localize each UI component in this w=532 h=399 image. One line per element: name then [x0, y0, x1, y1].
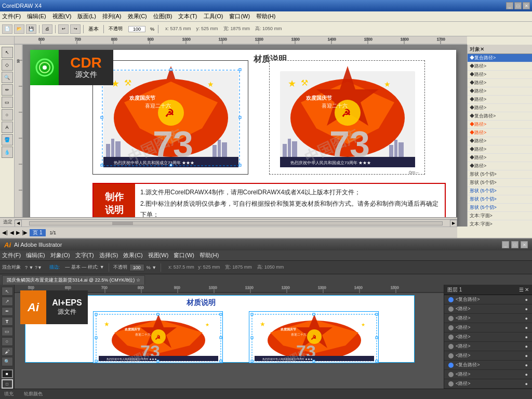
- layer-eye-0[interactable]: ●: [525, 297, 528, 302]
- ai-layer-7[interactable]: <复合路径> ●: [444, 361, 532, 370]
- panel-item-13[interactable]: ◆路径>: [468, 162, 532, 170]
- panel-item-10[interactable]: ◆路径>: [468, 137, 532, 145]
- ai-canvas[interactable]: 500 600 700 800 900 1000 1100 1200 1300 …: [15, 285, 444, 389]
- ai-layer-9[interactable]: <路径> ●: [444, 379, 532, 389]
- panel-close[interactable]: ✕: [480, 46, 484, 52]
- ai-layer-2[interactable]: <路径> ●: [444, 314, 532, 323]
- ai-layer-list[interactable]: <复合路径> ● <路径> ● <路径> ● <路径> ●: [444, 295, 532, 389]
- page-fwd-btn[interactable]: ▶: [16, 230, 20, 235]
- panel-item-3[interactable]: ◆路径>: [468, 79, 532, 87]
- ai-menu-window[interactable]: 窗口(W): [174, 251, 194, 259]
- menu-text[interactable]: 文本(T): [178, 12, 197, 20]
- layer-eye-1[interactable]: ●: [525, 307, 528, 312]
- redo-btn[interactable]: ↪: [70, 24, 81, 34]
- panel-item-4[interactable]: ◆路径>: [468, 87, 532, 96]
- menu-effects[interactable]: 效果(C): [128, 12, 147, 20]
- ai-menu-view[interactable]: 视图(W): [148, 251, 169, 259]
- eyedropper-tool[interactable]: 💧: [2, 147, 13, 158]
- text-tool[interactable]: A: [2, 122, 13, 133]
- scroll-thumb[interactable]: [112, 222, 133, 225]
- layer-eye-5[interactable]: ●: [525, 344, 528, 349]
- open-btn[interactable]: 📂: [14, 24, 24, 34]
- ellipse-tool[interactable]: ○: [2, 109, 13, 121]
- fill-tool[interactable]: 🪣: [2, 134, 13, 145]
- new-btn[interactable]: 📄: [2, 24, 12, 34]
- panel-item-19[interactable]: 文本:字面>: [468, 212, 532, 220]
- panel-list[interactable]: ◆复合路径> ◆路径> ◆路径> ◆路径> ◆路径> ◆路径> ◆路径> ◆复合…: [468, 54, 532, 227]
- layer-eye-8[interactable]: ●: [525, 372, 528, 377]
- ai-layer-8[interactable]: <路径> ●: [444, 370, 532, 379]
- ai-opacity-val[interactable]: 100: [129, 264, 144, 271]
- scroll-right-btn[interactable]: ▶: [450, 220, 457, 227]
- close-btn[interactable]: ✕: [523, 2, 530, 9]
- panel-item-18[interactable]: 形状 (5个切>: [468, 204, 532, 212]
- zoom-tool[interactable]: 🔍: [2, 72, 13, 83]
- ai-type-tool[interactable]: T: [2, 317, 13, 326]
- panel-item-1[interactable]: ◆路径>: [468, 62, 532, 71]
- scroll-track[interactable]: [29, 221, 443, 225]
- ai-layer-close[interactable]: ✕: [525, 287, 529, 292]
- scroll-left-btn[interactable]: ◀: [15, 220, 22, 227]
- ai-stroke-color[interactable]: □: [2, 379, 13, 389]
- menu-view[interactable]: 视图(V): [52, 12, 72, 20]
- ai-fill-color[interactable]: ■: [2, 369, 13, 379]
- ai-select-tool[interactable]: ↖: [2, 287, 13, 296]
- ai-zoom-tool[interactable]: 🔍: [2, 357, 13, 366]
- ai-minimize-btn[interactable]: _: [502, 241, 509, 248]
- ai-ellipse-tool[interactable]: ○: [2, 337, 13, 346]
- ai-close-btn[interactable]: ✕: [521, 241, 528, 248]
- panel-item-14[interactable]: 形状 (5个切>: [468, 170, 532, 179]
- menu-window[interactable]: 窗口(W): [229, 12, 250, 20]
- menu-file[interactable]: 文件(F): [2, 12, 21, 20]
- panel-item-9[interactable]: ◆路径>: [468, 129, 532, 137]
- menu-tools[interactable]: 工具(O): [204, 12, 223, 20]
- ai-direct-tool[interactable]: ↗: [2, 297, 13, 305]
- ai-menu-effects[interactable]: 效果(C): [123, 251, 142, 259]
- opacity-value[interactable]: 100: [128, 26, 145, 32]
- print-btn[interactable]: 🖨: [42, 24, 52, 34]
- ai-pen-tool[interactable]: ✒: [2, 307, 13, 316]
- panel-item-20[interactable]: 文本:字面>: [468, 220, 532, 227]
- menu-edit[interactable]: 编辑(E): [27, 12, 46, 20]
- ai-mode[interactable]: 描边:: [49, 264, 60, 271]
- ai-maximize-btn[interactable]: □: [511, 241, 518, 248]
- ai-layer-4[interactable]: <路径> ●: [444, 332, 532, 342]
- page-back-btn[interactable]: ◀: [10, 230, 14, 235]
- panel-item-2[interactable]: ◆路径>: [468, 71, 532, 79]
- page-prev-btn[interactable]: ◀|: [2, 230, 8, 235]
- panel-item-16[interactable]: 形状 (5个切>: [468, 187, 532, 195]
- panel-item-15[interactable]: 形状 (5个切>: [468, 179, 532, 187]
- panel-item-7[interactable]: ◆复合路径>: [468, 112, 532, 121]
- ai-layer-5[interactable]: <路径> ●: [444, 342, 532, 351]
- layer-eye-7[interactable]: ●: [525, 363, 528, 368]
- ai-menu-help[interactable]: 帮助(H): [200, 251, 219, 259]
- layer-eye-3[interactable]: ●: [525, 325, 528, 330]
- shape-tool[interactable]: ◇: [2, 59, 13, 71]
- panel-item-12[interactable]: ◆路径>: [468, 154, 532, 162]
- panel-item-11[interactable]: ◆路径>: [468, 145, 532, 154]
- ai-menu-file[interactable]: 文件(F): [2, 251, 21, 259]
- ai-menu-text[interactable]: 文字(T): [75, 251, 94, 259]
- ai-rect-tool[interactable]: ▭: [2, 327, 13, 336]
- panel-item-5[interactable]: ◆路径>: [468, 96, 532, 104]
- layer-eye-4[interactable]: ●: [525, 335, 528, 340]
- undo-btn[interactable]: ↩: [58, 24, 69, 34]
- menu-layout[interactable]: 版面(L): [77, 12, 96, 20]
- ai-layer-6[interactable]: <路径> ●: [444, 351, 532, 361]
- menu-arrange[interactable]: 排列(A): [102, 12, 122, 20]
- minimize-btn[interactable]: _: [506, 2, 513, 9]
- ai-layer-0[interactable]: <复合路径> ●: [444, 295, 532, 304]
- layer-eye-9[interactable]: ●: [525, 381, 528, 387]
- corel-scrollbar-h[interactable]: ◀ ▶: [15, 219, 457, 227]
- layer-eye-2[interactable]: ●: [525, 316, 528, 321]
- ai-layer-1[interactable]: <路径> ●: [444, 304, 532, 314]
- menu-bitmap[interactable]: 位图(B): [153, 12, 172, 20]
- corel-canvas[interactable]: CDR 源文件 材质说明: [15, 45, 467, 227]
- menu-help[interactable]: 帮助(H): [256, 12, 275, 20]
- ai-menu-select[interactable]: 选择(S): [99, 251, 118, 259]
- freehand-tool[interactable]: ✏: [2, 84, 13, 96]
- panel-item-0[interactable]: ◆复合路径>: [468, 54, 532, 62]
- rect-tool[interactable]: ▭: [2, 97, 13, 108]
- ai-layer-menu[interactable]: ☰: [519, 287, 524, 292]
- ai-layer-3[interactable]: <路径> ●: [444, 323, 532, 332]
